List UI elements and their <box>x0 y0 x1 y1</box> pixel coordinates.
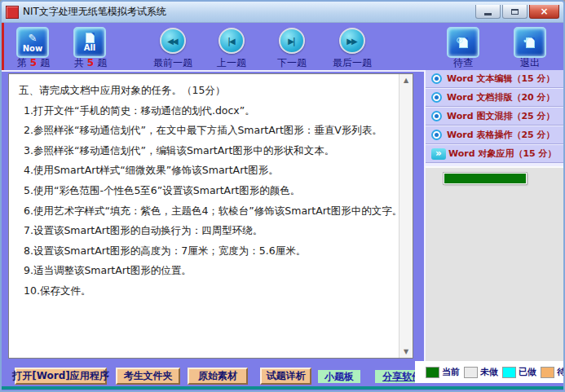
sidebar-item-objects-active[interactable]: » Word 对象应用（15 分） <box>426 145 564 163</box>
small-board-button[interactable]: 小题板 <box>318 370 360 383</box>
not-done-color-swatch <box>464 367 478 378</box>
document-icon: ✔ <box>526 37 535 48</box>
current-section-icon: » <box>431 148 446 160</box>
mark-for-review-label: 待查 <box>439 56 488 68</box>
sidebar-item-graphics[interactable]: Word 图文混排（25 分） <box>426 108 564 126</box>
question-step: 2.参照样张“移动通信划代”，在文中最下方插入SmartArt图形：垂直V形列表… <box>19 121 398 141</box>
document-icon: ⊘ <box>459 37 468 48</box>
close-icon: × <box>540 7 548 16</box>
current-question-caption: 第5题 <box>7 56 60 68</box>
question-step: 9.适当调整该SmartArt图形的位置。 <box>19 261 398 281</box>
scroll-down-icon[interactable]: ▼ <box>399 348 413 355</box>
maximize-button[interactable] <box>502 5 527 19</box>
exit-button[interactable]: ✔ <box>514 27 546 58</box>
progress-bar <box>444 173 527 184</box>
question-text: 五、请完成文档中应用对象的任务。（15分） 1.打开文件“手机的简史：移动通信的… <box>9 74 399 358</box>
current-color-swatch <box>426 367 439 378</box>
student-folder-button[interactable]: 考生文件夹 <box>116 368 180 385</box>
legend-label: 未做 <box>480 366 498 378</box>
sidebar-item-text-edit[interactable]: Word 文本编辑（15 分） <box>426 70 564 88</box>
legend-label: 当前 <box>442 366 460 378</box>
scroll-up-icon[interactable]: ▲ <box>399 77 413 84</box>
question-step: 10.保存文件。 <box>19 281 398 302</box>
scrollbar[interactable]: ▲ ▼ <box>399 74 413 358</box>
last-question-label: 最后一题 <box>326 56 378 68</box>
total-questions-caption: 共5题 <box>64 56 117 68</box>
last-question-button[interactable]: ▶▶ <box>339 28 365 54</box>
status-legend: 当前 未做 已做 待查 <box>415 361 565 383</box>
source-material-button[interactable]: 原始素材 <box>188 368 248 385</box>
minimize-icon <box>484 13 492 15</box>
review-color-swatch <box>541 367 554 378</box>
all-button-text: All <box>84 43 96 52</box>
skip-to-first-icon: ◀◀ <box>167 37 176 46</box>
open-word-button[interactable]: 打开[Word]应用程序 <box>15 368 107 385</box>
legend-review: 待查 <box>541 366 565 378</box>
all-questions-button[interactable]: All <box>73 27 106 58</box>
legend-not-done: 未做 <box>464 366 498 378</box>
first-question-label: 最前一题 <box>147 56 199 68</box>
window-title: NIT文字处理无纸笔模拟考试系统 <box>23 5 166 19</box>
done-color-swatch <box>502 367 516 378</box>
radio-icon <box>431 73 442 84</box>
sidebar-item-label: Word 文档排版（20 分） <box>447 91 555 104</box>
pencil-icon: ✎ <box>29 33 38 44</box>
question-step: 6.使用艺术字样式“填充：紫色，主题色4；软棱台”修饰该SmartArt图形中的… <box>19 201 398 222</box>
document-icon <box>86 33 95 43</box>
app-window: NIT文字处理无纸笔模拟考试系统 × ✎ Now 第5题 All 共5题 ◀◀ … <box>0 0 565 392</box>
radio-icon <box>431 130 442 140</box>
now-button-text: Now <box>23 44 42 53</box>
next-question-button[interactable]: ▶| <box>279 28 305 54</box>
section-list: Word 文本编辑（15 分） Word 文档排版（20 分） Word 图文混… <box>424 70 564 166</box>
question-step: 3.参照样张“移动通信划代”，编辑该SmartArt图形中的形状和文本。 <box>19 141 398 161</box>
next-icon: ▶| <box>288 37 294 46</box>
question-panel: 五、请完成文档中应用对象的任务。（15分） 1.打开文件“手机的简史：移动通信的… <box>8 73 413 359</box>
legend-current: 当前 <box>426 366 460 378</box>
previous-question-label: 上一题 <box>207 56 256 68</box>
total-questions-number: 5 <box>84 57 97 68</box>
question-step: 4.使用SmartArt样式“细微效果”修饰该SmartArt图形。 <box>19 161 398 181</box>
first-question-button[interactable]: ◀◀ <box>160 28 186 54</box>
legend-label: 待查 <box>557 366 565 378</box>
close-button[interactable]: × <box>529 5 559 19</box>
maximize-icon <box>511 9 519 15</box>
question-step: 5.使用“彩色范围-个性色5至6”设置该SmartArt图形的颜色。 <box>19 181 398 201</box>
question-analysis-button[interactable]: 试题详析 <box>260 368 311 385</box>
question-step: 8.设置该SmartArt图形的高度为：7厘米；宽度为：5.6厘米。 <box>19 241 398 262</box>
previous-question-button[interactable]: |◀ <box>218 28 245 54</box>
sidebar-item-label: Word 表格操作（25 分） <box>447 129 555 141</box>
current-question-button[interactable]: ✎ Now <box>16 27 49 58</box>
sidebar-item-tables[interactable]: Word 表格操作（25 分） <box>426 126 564 144</box>
sidebar-item-label: Word 图文混排（25 分） <box>447 110 555 122</box>
exit-label: 退出 <box>505 56 554 68</box>
mark-for-review-button[interactable]: ⊘ <box>447 27 479 58</box>
app-icon <box>6 6 19 19</box>
current-question-number: 5 <box>27 57 40 68</box>
radio-icon <box>431 111 442 121</box>
legend-label: 已做 <box>519 366 536 378</box>
radio-icon <box>431 92 442 103</box>
sidebar-item-label: Word 文本编辑（15 分） <box>447 73 555 85</box>
checkmark-icon: ✔ <box>523 36 530 45</box>
skip-to-last-icon: ▶▶ <box>347 37 355 46</box>
question-step: 1.打开文件“手机的简史：移动通信的划代.docx”。 <box>19 101 398 121</box>
circle-slash-icon: ⊘ <box>456 36 463 45</box>
minimize-button[interactable] <box>475 5 501 19</box>
next-question-label: 下一题 <box>267 56 316 68</box>
progress-panel <box>424 166 564 365</box>
title-bar: NIT文字处理无纸笔模拟考试系统 × <box>2 2 563 23</box>
legend-done: 已做 <box>502 366 536 378</box>
question-heading: 五、请完成文档中应用对象的任务。（15分） <box>19 81 398 101</box>
sidebar-item-label: Word 对象应用（15 分） <box>448 148 557 160</box>
left-red-strip <box>2 23 4 70</box>
question-step: 7.设置该SmartArt图形的自动换行为：四周型环绕。 <box>19 221 398 241</box>
window-controls: × <box>475 5 559 19</box>
previous-icon: |◀ <box>227 37 233 46</box>
sidebar-item-layout[interactable]: Word 文档排版（20 分） <box>426 89 564 107</box>
bottom-teal-strip <box>2 386 563 390</box>
